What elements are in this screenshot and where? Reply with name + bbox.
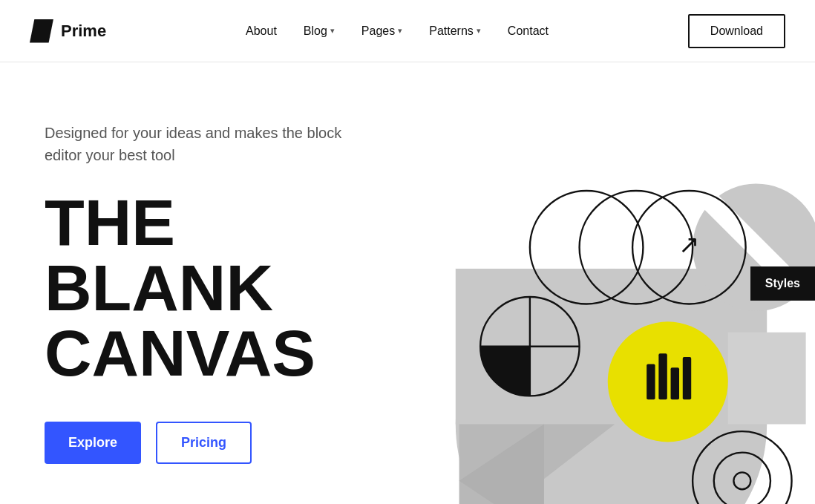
chevron-down-icon: ▾ <box>398 26 402 36</box>
hero-right: ↗ St <box>408 62 815 504</box>
hero-section: Designed for your ideas and makes the bl… <box>0 62 815 504</box>
svg-rect-18 <box>683 357 691 399</box>
logo-shape <box>30 19 53 43</box>
hero-left: Designed for your ideas and makes the bl… <box>0 62 408 504</box>
download-button[interactable]: Download <box>688 14 785 48</box>
hero-buttons: Explore Pricing <box>45 422 363 464</box>
nav-pages[interactable]: Pages ▾ <box>361 24 402 38</box>
nav-about[interactable]: About <box>246 24 277 38</box>
svg-rect-17 <box>671 367 679 399</box>
svg-text:↗: ↗ <box>678 230 699 258</box>
nav-links: About Blog ▾ Pages ▾ Patterns ▾ Contact <box>246 24 549 38</box>
chevron-down-icon: ▾ <box>477 26 481 36</box>
nav-contact[interactable]: Contact <box>508 24 549 38</box>
hero-title: THE BLANK CANVAS <box>45 190 363 386</box>
explore-button[interactable]: Explore <box>45 422 141 464</box>
logo[interactable]: Prime <box>30 19 106 43</box>
nav-blog[interactable]: Blog ▾ <box>304 24 335 38</box>
pricing-button[interactable]: Pricing <box>156 422 252 464</box>
svg-point-14 <box>608 321 728 442</box>
svg-rect-15 <box>647 364 655 400</box>
hero-subtitle: Designed for your ideas and makes the bl… <box>45 122 356 166</box>
navbar: Prime About Blog ▾ Pages ▾ Patterns ▾ Co… <box>0 0 815 62</box>
styles-badge[interactable]: Styles <box>750 266 815 301</box>
nav-patterns[interactable]: Patterns ▾ <box>429 24 481 38</box>
svg-marker-4 <box>728 333 806 425</box>
logo-text: Prime <box>61 22 106 41</box>
chevron-down-icon: ▾ <box>330 26 335 36</box>
svg-rect-16 <box>658 353 667 399</box>
